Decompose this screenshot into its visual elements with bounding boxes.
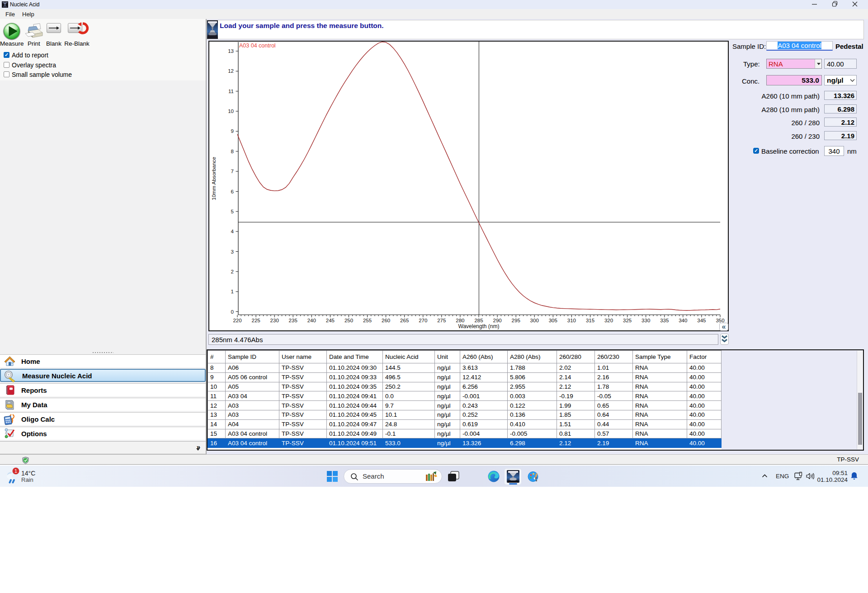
- svg-text:270: 270: [419, 318, 427, 323]
- svg-text:235: 235: [289, 318, 297, 323]
- svg-text:0: 0: [231, 309, 234, 315]
- svg-text:5: 5: [231, 209, 234, 214]
- svg-text:10: 10: [228, 108, 234, 114]
- svg-text:11: 11: [228, 89, 234, 94]
- svg-text:4: 4: [231, 229, 234, 234]
- svg-text:310: 310: [567, 318, 576, 323]
- svg-text:275: 275: [437, 318, 446, 323]
- svg-text:345: 345: [697, 318, 706, 323]
- svg-text:10mm Absorbance: 10mm Absorbance: [211, 157, 217, 200]
- svg-text:220: 220: [233, 318, 241, 323]
- svg-text:9: 9: [231, 128, 234, 134]
- svg-text:8: 8: [231, 149, 234, 154]
- svg-text:225: 225: [252, 318, 260, 323]
- svg-text:290: 290: [493, 318, 502, 323]
- svg-text:325: 325: [623, 318, 632, 323]
- svg-text:1: 1: [14, 468, 17, 474]
- svg-text:Wavelength (nm): Wavelength (nm): [458, 323, 500, 329]
- svg-text:330: 330: [642, 318, 650, 323]
- svg-text:315: 315: [586, 318, 594, 323]
- svg-text:240: 240: [307, 318, 316, 323]
- svg-text:335: 335: [660, 318, 669, 323]
- svg-text:7: 7: [231, 169, 234, 174]
- svg-text:300: 300: [530, 318, 539, 323]
- svg-text:255: 255: [363, 318, 372, 323]
- svg-text:245: 245: [326, 318, 335, 323]
- svg-text:1: 1: [231, 289, 234, 294]
- svg-text:12: 12: [228, 68, 234, 74]
- svg-text:250: 250: [344, 318, 353, 323]
- svg-text:265: 265: [400, 318, 409, 323]
- svg-text:3: 3: [231, 249, 234, 254]
- svg-text:340: 340: [679, 318, 687, 323]
- svg-text:6: 6: [231, 189, 234, 194]
- svg-text:13: 13: [228, 48, 234, 54]
- svg-text:2: 2: [231, 269, 234, 274]
- svg-text:305: 305: [549, 318, 557, 323]
- svg-text:295: 295: [512, 318, 520, 323]
- svg-text:285: 285: [474, 318, 483, 323]
- svg-text:230: 230: [270, 318, 279, 323]
- svg-text:260: 260: [382, 318, 390, 323]
- svg-text:A03 04 control: A03 04 control: [239, 42, 276, 49]
- svg-text:320: 320: [604, 318, 613, 323]
- svg-text:280: 280: [456, 318, 464, 323]
